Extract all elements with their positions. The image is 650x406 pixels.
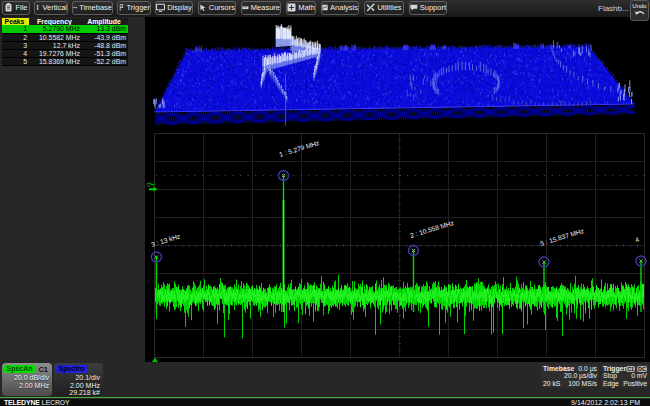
svg-text:4: 4 (634, 236, 640, 244)
svg-text:1 : 5.279 MHz: 1 : 5.279 MHz (278, 139, 320, 158)
